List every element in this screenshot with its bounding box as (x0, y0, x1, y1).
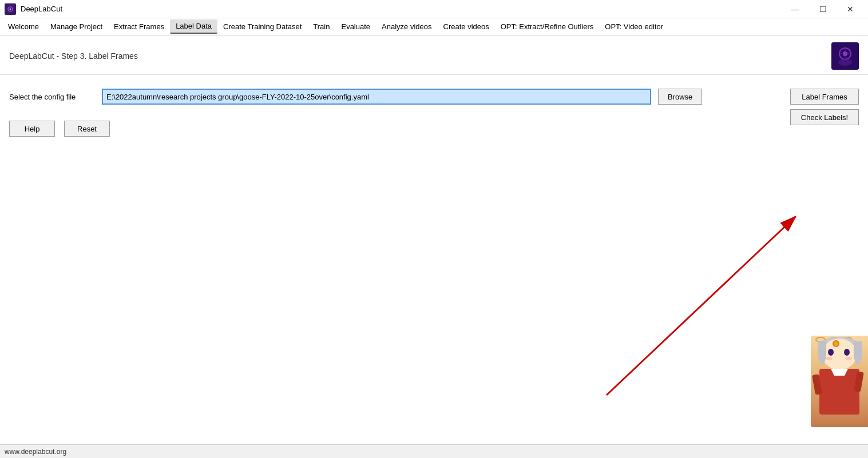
svg-point-2 (10, 8, 11, 10)
status-url: www.deeplabcut.org (5, 448, 66, 456)
menu-label-data[interactable]: Label Data (170, 19, 217, 34)
menu-manage-project[interactable]: Manage Project (45, 20, 108, 33)
svg-line-10 (607, 217, 795, 395)
title-bar: DeepLabCut — ☐ ✕ (0, 0, 868, 18)
step-title: DeepLabCut - Step 3. Label Frames (9, 51, 138, 61)
menu-create-videos[interactable]: Create videos (438, 20, 495, 33)
close-button[interactable]: ✕ (837, 0, 863, 18)
menu-opt-extract-refine[interactable]: OPT: Extract/Refine Outliers (495, 20, 600, 33)
minimize-button[interactable]: — (782, 0, 808, 18)
status-bar: www.deeplabcut.org (0, 444, 868, 458)
actions-row: Help Reset (9, 121, 859, 137)
menu-bar: Welcome Manage Project Extract Frames La… (0, 18, 868, 35)
content-area: DeepLabCut - Step 3. Label Frames Select… (0, 35, 868, 444)
app-logo-large (831, 42, 859, 70)
menu-evaluate[interactable]: Evaluate (335, 20, 376, 33)
app-logo (5, 3, 16, 15)
menu-train[interactable]: Train (307, 20, 335, 33)
menu-extract-frames[interactable]: Extract Frames (108, 20, 170, 33)
menu-welcome[interactable]: Welcome (2, 20, 45, 33)
menu-opt-video-editor[interactable]: OPT: Video editor (599, 20, 669, 33)
menu-analyze-videos[interactable]: Analyze videos (376, 20, 437, 33)
maximize-button[interactable]: ☐ (810, 0, 836, 18)
config-label: Select the config file (9, 93, 95, 101)
svg-point-6 (838, 59, 852, 66)
menu-create-training-dataset[interactable]: Create Training Dataset (217, 20, 307, 33)
label-frames-button[interactable]: Label Frames (790, 89, 859, 105)
config-row: Select the config file Browse (9, 89, 859, 105)
window-controls: — ☐ ✕ (782, 0, 863, 18)
config-input[interactable] (102, 89, 651, 105)
form-area: Select the config file Browse Help Reset… (0, 75, 868, 444)
anime-character (811, 336, 868, 427)
app-title: DeepLabCut (21, 5, 782, 13)
check-labels-button[interactable]: Check Labels! (790, 109, 859, 125)
browse-button[interactable]: Browse (658, 89, 702, 105)
reset-button[interactable]: Reset (64, 121, 110, 137)
step-header: DeepLabCut - Step 3. Label Frames (0, 35, 868, 75)
right-buttons: Label Frames Check Labels! (790, 89, 859, 125)
help-button[interactable]: Help (9, 121, 55, 137)
